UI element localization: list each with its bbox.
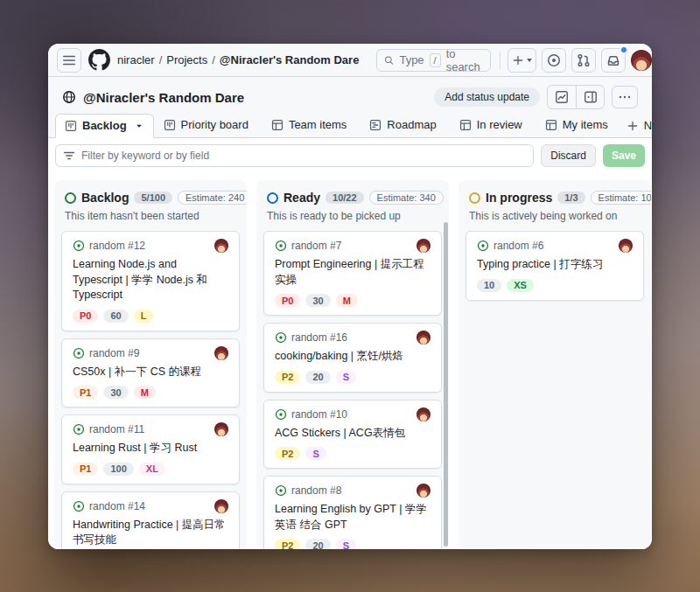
app-window: niracler / Projects / @Niracler's Random… — [48, 44, 652, 549]
assignee-avatar[interactable] — [416, 331, 430, 345]
issue-opened-icon — [275, 331, 287, 344]
filter-input[interactable] — [81, 150, 526, 162]
card-meta: random #7 — [275, 239, 430, 253]
card-title[interactable]: Learning Rust | 学习 Rust — [73, 441, 228, 456]
card-title[interactable]: Handwriting Practice | 提高日常书写技能 — [73, 518, 228, 548]
tab-priority-board[interactable]: Priority board — [154, 113, 258, 137]
card-meta: random #8 — [275, 484, 430, 498]
label-chip: M — [134, 386, 156, 399]
tab-backlog[interactable]: Backlog — [55, 114, 154, 138]
issues-button[interactable] — [542, 48, 566, 73]
card-meta: random #6 — [477, 239, 633, 253]
create-new-button[interactable] — [508, 48, 536, 73]
card-title[interactable]: CS50x | 补一下 CS 的课程 — [73, 365, 228, 380]
breadcrumb-separator: / — [159, 53, 163, 66]
card-labels: P220S — [275, 371, 430, 384]
card-title[interactable]: cooking/baking | 烹饪/烘焙 — [275, 349, 430, 365]
card-meta: random #10 — [275, 407, 430, 421]
card-title[interactable]: Prompt Engineering | 提示工程实操 — [275, 257, 430, 288]
card-meta: random #14 — [73, 499, 228, 513]
side-panel-button[interactable] — [576, 86, 604, 108]
card-ref: random #12 — [89, 240, 145, 252]
column-description: This item hasn't been started — [54, 208, 247, 229]
view-tab-icon — [271, 119, 284, 131]
assignee-avatar[interactable] — [416, 484, 430, 498]
insights-button[interactable] — [548, 86, 576, 108]
discard-button[interactable]: Discard — [541, 144, 596, 167]
assignee-avatar[interactable] — [214, 239, 228, 253]
column-count-badge: 5/100 — [134, 192, 172, 204]
label-chip: 20 — [305, 371, 330, 384]
plus-icon — [626, 120, 639, 132]
pull-requests-button[interactable] — [571, 48, 596, 73]
column-description: This is actively being worked on — [458, 208, 651, 229]
label-chip: 10 — [477, 279, 501, 292]
save-button[interactable]: Save — [603, 144, 645, 167]
card-title[interactable]: Learning Node.js and Typescript | 学学 Nod… — [73, 257, 228, 303]
git-pull-request-icon — [577, 53, 591, 67]
breadcrumb-owner[interactable]: niracler — [117, 53, 155, 66]
card[interactable]: random #16 cooking/baking | 烹饪/烘焙 P220S — [263, 323, 442, 393]
card-ref: random #11 — [89, 423, 144, 435]
project-title: @Niracler's Random Dare — [83, 90, 244, 105]
card-ref: random #6 — [494, 240, 543, 252]
card-title[interactable]: Typing practice | 打字练习 — [477, 257, 633, 273]
column-cards: random #12 Learning Node.js and Typescri… — [54, 229, 247, 549]
card-title[interactable]: ACG Stickers | ACG表情包 — [275, 426, 430, 442]
graph-icon — [555, 90, 569, 104]
view-options-group — [547, 85, 605, 109]
inbox-button[interactable] — [601, 48, 626, 73]
label-chip: L — [134, 310, 154, 323]
new-view-button[interactable]: New view — [618, 115, 652, 137]
column-description: This is ready to be picked up — [256, 208, 449, 229]
card[interactable]: random #8 Learning English by GPT | 学学英语… — [263, 476, 442, 549]
plus-icon — [512, 54, 524, 66]
column-count-badge: 1/3 — [557, 192, 584, 204]
card[interactable]: random #14 Handwriting Practice | 提高日常书写… — [61, 491, 240, 550]
tab-my-items[interactable]: My items — [536, 113, 618, 137]
label-chip: P1 — [73, 463, 98, 476]
assignee-avatar[interactable] — [214, 346, 228, 360]
column-estimate-badge: Estimate: 10 — [591, 191, 651, 205]
assignee-avatar[interactable] — [214, 422, 228, 436]
add-status-update-button[interactable]: Add status update — [434, 87, 540, 107]
notification-dot — [620, 45, 628, 54]
card-title[interactable]: Learning English by GPT | 学学英语 结合 GPT — [275, 502, 430, 533]
view-tab-icon — [65, 120, 77, 132]
github-logo-icon[interactable] — [88, 49, 110, 72]
tab-in-review[interactable]: In review — [450, 113, 532, 137]
card-meta: random #11 — [73, 422, 228, 436]
user-avatar[interactable] — [631, 50, 652, 71]
label-chip: 30 — [103, 386, 128, 399]
view-tabs: Backlog Priority board Team items Roadma… — [48, 112, 652, 138]
assignee-avatar[interactable] — [619, 239, 633, 253]
assignee-avatar[interactable] — [214, 499, 228, 513]
breadcrumb-project[interactable]: @Niracler's Random Dare — [220, 53, 360, 66]
card[interactable]: random #7 Prompt Engineering | 提示工程实操 P0… — [263, 231, 442, 316]
assignee-avatar[interactable] — [416, 239, 430, 253]
breadcrumb-section[interactable]: Projects — [166, 53, 207, 66]
card[interactable]: random #6 Typing practice | 打字练习 10XS — [466, 231, 644, 301]
label-chip: 20 — [305, 539, 330, 549]
global-search-input[interactable]: Type / to search — [376, 49, 490, 72]
tab-options-caret[interactable] — [134, 121, 144, 131]
project-menu-button[interactable] — [612, 86, 638, 108]
hamburger-menu-button[interactable] — [57, 48, 81, 73]
project-header: @Niracler's Random Dare Add status updat… — [48, 77, 652, 112]
card[interactable]: random #10 ACG Stickers | ACG表情包 P2S — [263, 400, 442, 470]
column-header: Backlog 5/100 Estimate: 240 — [54, 180, 247, 208]
column-scrollbar[interactable] — [444, 222, 448, 547]
tab-roadmap[interactable]: Roadmap — [360, 113, 445, 137]
filter-row: Discard Save — [48, 138, 652, 173]
column-name: Backlog — [81, 191, 129, 205]
column-estimate-badge: Estimate: 240 — [178, 191, 247, 205]
card[interactable]: random #9 CS50x | 补一下 CS 的课程 P130M — [61, 338, 240, 408]
divider — [500, 52, 500, 69]
project-board: Backlog 5/100 Estimate: 240 This item ha… — [48, 173, 652, 549]
tab-team-items[interactable]: Team items — [262, 113, 356, 137]
column-backlog: Backlog 5/100 Estimate: 240 This item ha… — [54, 180, 247, 549]
assignee-avatar[interactable] — [416, 407, 430, 421]
card[interactable]: random #12 Learning Node.js and Typescri… — [61, 231, 240, 331]
top-bar-actions — [498, 48, 652, 73]
card[interactable]: random #11 Learning Rust | 学习 Rust P1100… — [61, 414, 240, 484]
